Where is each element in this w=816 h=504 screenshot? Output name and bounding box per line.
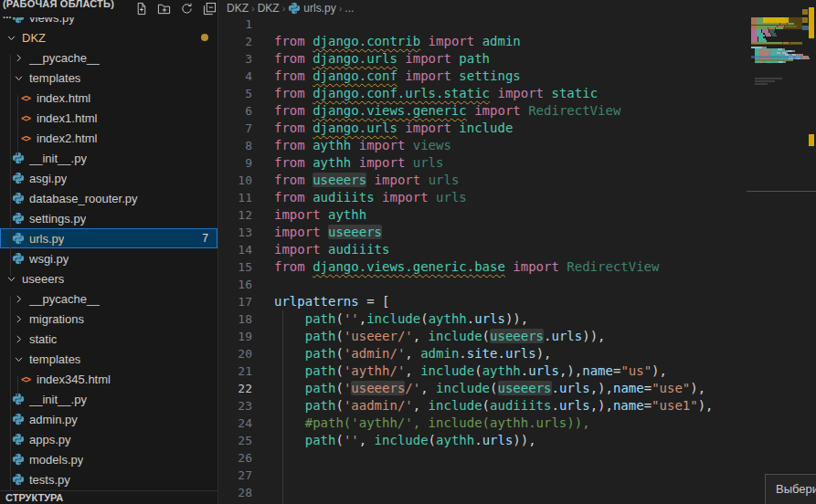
- code-line-17[interactable]: 17urlpatterns = [: [218, 293, 816, 310]
- line-number: 11: [218, 189, 252, 206]
- code-line-2[interactable]: 2from django.contrib import admin: [218, 33, 816, 50]
- tree-item-settings.py[interactable]: settings.py: [0, 208, 217, 228]
- code-line-13[interactable]: 13import useeers: [218, 224, 816, 241]
- chevron-right-icon: [11, 50, 26, 65]
- code-area[interactable]: 12from django.contrib import admin3from …: [218, 16, 816, 501]
- tree-item-tests.py[interactable]: tests.py: [0, 469, 217, 489]
- python-file-icon: [11, 231, 26, 246]
- tree-item-label: tests.py: [29, 473, 70, 487]
- code-line-7[interactable]: 7from django.urls import include: [218, 120, 816, 137]
- code-line-10[interactable]: 10from useeers import urls: [218, 172, 816, 189]
- tree-indent-guide: [17, 376, 18, 396]
- code-line-28[interactable]: 28: [218, 484, 816, 501]
- breadcrumb-item[interactable]: urls.py: [288, 2, 335, 15]
- breadcrumb-separator: ›: [251, 3, 255, 14]
- line-content: from useeers import urls: [252, 172, 459, 189]
- tree-item-urls.py[interactable]: urls.py7: [0, 228, 217, 248]
- tree-item-apps.py[interactable]: apps.py: [0, 429, 217, 449]
- tree-item-index.html[interactable]: <>index.html: [0, 88, 217, 108]
- code-line-4[interactable]: 4from django.conf import settings: [218, 68, 816, 85]
- code-line-16[interactable]: 16: [218, 276, 816, 293]
- tree-item-__init__.py[interactable]: __init__.py: [0, 148, 217, 168]
- python-file-icon: [11, 392, 26, 406]
- tree-item-wsgi.py[interactable]: wsgi.py: [0, 248, 217, 268]
- code-line-24[interactable]: 24 #path('aythh/', include(aythh.urls)),: [218, 415, 816, 432]
- code-line-5[interactable]: 5from django.conf.urls.static import sta…: [218, 85, 816, 102]
- overview-ruler[interactable]: [802, 0, 816, 504]
- tree-item-label: apps.py: [29, 433, 71, 446]
- chevron-right-icon: [11, 331, 26, 346]
- tree-item-static[interactable]: static: [0, 329, 217, 349]
- refresh-icon[interactable]: [179, 1, 195, 16]
- code-line-27[interactable]: 27: [218, 467, 816, 484]
- new-folder-icon[interactable]: [156, 1, 172, 16]
- outline-section-header[interactable]: СТРУКТУРА: [0, 490, 217, 504]
- line-content: path('aadmin/', include(audiiits.urls,),…: [252, 397, 714, 415]
- html-file-icon: <>: [18, 90, 33, 105]
- html-file-icon: <>: [18, 110, 33, 125]
- tree-item-DKZ[interactable]: DKZ: [0, 27, 217, 47]
- tree-item-label: migrations: [29, 312, 84, 326]
- tree-item-models.py[interactable]: models.py: [0, 449, 217, 469]
- tree-item-label: DKZ: [22, 31, 46, 45]
- code-line-23[interactable]: 23 path('aadmin/', include(audiiits.urls…: [218, 397, 816, 415]
- tree-item-label: index1.html: [37, 111, 97, 125]
- tree-item-__pycache__[interactable]: __pycache__: [0, 289, 217, 309]
- tree-item-admin.py[interactable]: admin.py: [0, 409, 217, 429]
- code-line-9[interactable]: 9from aythh import urls: [218, 154, 816, 172]
- code-line-22[interactable]: 22 path('useeers/', include(useeers.urls…: [218, 380, 816, 397]
- code-line-14[interactable]: 14import audiiits: [218, 241, 816, 258]
- code-line-15[interactable]: 15from django.views.generic.base import …: [218, 258, 816, 276]
- tree-item-migrations[interactable]: migrations: [0, 309, 217, 329]
- vscode-window: views.pyDKZ__pycache__templates<>index.h…: [0, 0, 816, 504]
- code-line-18[interactable]: 18 path('',include(aythh.urls)),: [218, 310, 816, 328]
- line-number: 26: [218, 449, 252, 467]
- tree-item-__init__.py[interactable]: __init__.py: [0, 389, 217, 409]
- tree-item-useeers[interactable]: useeers: [0, 268, 217, 289]
- tree-item-__pycache__[interactable]: __pycache__: [0, 47, 217, 68]
- minimap-warning-band: [751, 42, 802, 45]
- code-line-12[interactable]: 12import aythh: [218, 206, 816, 224]
- tree-item-index2.html[interactable]: <>index2.html: [0, 128, 217, 148]
- editor-pane: DKZ›DKZ›urls.py›... 12from django.contri…: [217, 0, 816, 504]
- python-file-icon: [11, 412, 26, 426]
- tree-item-database_roouter.py[interactable]: database_roouter.py: [0, 188, 217, 208]
- collapse-all-icon[interactable]: [202, 1, 217, 16]
- file-tree: views.pyDKZ__pycache__templates<>index.h…: [0, 7, 217, 489]
- tree-item-label: settings.py: [29, 212, 86, 226]
- tree-item-templates[interactable]: templates: [0, 68, 217, 88]
- tree-item-asgi.py[interactable]: asgi.py: [0, 168, 217, 188]
- tree-item-index1.html[interactable]: <>index1.html: [0, 108, 217, 128]
- line-content: from django.conf import settings: [252, 68, 521, 85]
- code-line-19[interactable]: 19 path('useeer/', include(useeers.urls)…: [218, 328, 816, 345]
- python-file-icon: [11, 151, 26, 165]
- code-line-21[interactable]: 21 path('aythh/', include(aythh.urls,),n…: [218, 362, 816, 380]
- code-line-26[interactable]: 26: [218, 449, 816, 467]
- breadcrumb-item[interactable]: DKZ: [227, 2, 249, 15]
- code-line-25[interactable]: 25 path('', include(aythh.urls)),: [218, 432, 816, 449]
- html-file-icon: <>: [18, 372, 33, 386]
- tree-item-label: __init__.py: [29, 393, 87, 406]
- explorer-section-header: (РАБОЧАЯ ОБЛАСТЬ) ...: [0, 0, 217, 17]
- tree-indent-guide: [10, 296, 11, 497]
- code-line-6[interactable]: 6from django.views.generic import Redire…: [218, 102, 816, 120]
- breadcrumb-label: ...: [344, 2, 354, 15]
- breadcrumb-item[interactable]: ...: [344, 2, 354, 15]
- code-line-8[interactable]: 8from aythh import views: [218, 137, 816, 154]
- new-file-icon[interactable]: [133, 1, 149, 16]
- tree-item-index345.html[interactable]: <>index345.html: [0, 369, 217, 389]
- line-number: 20: [218, 345, 252, 362]
- code-line-1[interactable]: 1: [218, 16, 816, 33]
- explorer-sidebar: views.pyDKZ__pycache__templates<>index.h…: [0, 0, 217, 504]
- line-content: from django.urls import include: [252, 120, 513, 137]
- breadcrumb-item[interactable]: DKZ: [258, 2, 280, 15]
- minimap[interactable]: [751, 16, 802, 125]
- code-line-20[interactable]: 20 path('admin/', admin.site.urls),: [218, 345, 816, 362]
- tree-item-label: urls.py: [29, 232, 64, 246]
- tree-item-label: index345.html: [37, 373, 111, 386]
- minimap-warning-blob: [763, 17, 789, 23]
- line-number: 4: [218, 68, 252, 85]
- code-line-11[interactable]: 11from audiiits import urls: [218, 189, 816, 206]
- tree-item-templates[interactable]: templates: [0, 349, 217, 369]
- code-line-3[interactable]: 3from django.urls import path: [218, 50, 816, 68]
